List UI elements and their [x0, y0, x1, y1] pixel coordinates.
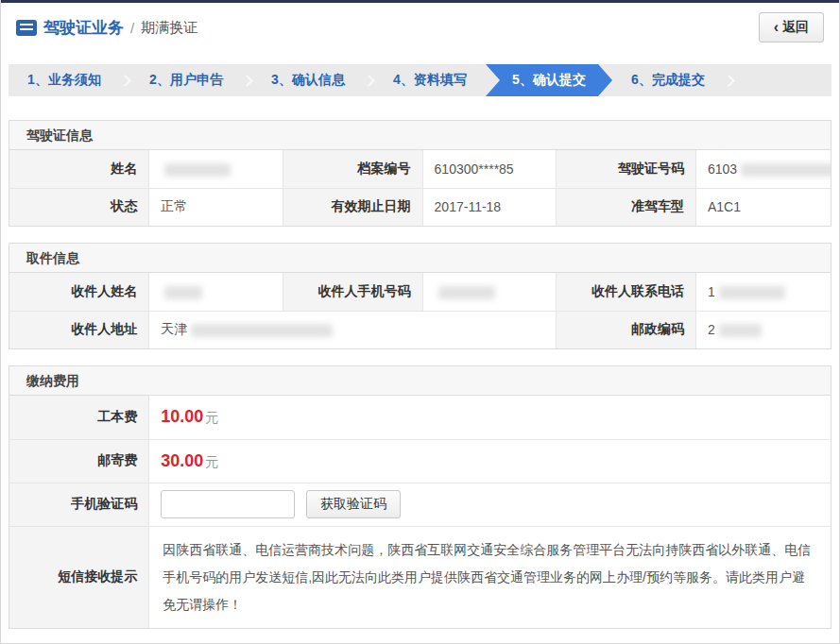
- table-row: 收件人姓名 收件人手机号码 收件人联系电话 1: [9, 273, 831, 311]
- fee-unit: 元: [205, 454, 218, 469]
- list-icon: [16, 20, 37, 36]
- chevron-left-icon: [774, 20, 779, 35]
- table-row: 姓名 档案编号 610300****85 驾驶证号码 6103: [9, 150, 831, 188]
- redacted-value: [719, 286, 785, 299]
- step-1-notice[interactable]: 1、业务须知: [9, 64, 120, 96]
- breadcrumb-separator: /: [130, 20, 134, 36]
- field-label-status: 状态: [9, 188, 149, 226]
- step-separator-icon: [363, 75, 375, 87]
- section-title: 取件信息: [9, 244, 831, 273]
- fee-amount: 10.00: [161, 407, 203, 426]
- field-value-expiry-date: 2017-11-18: [422, 188, 557, 226]
- step-2-declaration[interactable]: 2、用户申告: [130, 64, 242, 96]
- field-value-recipient-phone: 1: [695, 273, 831, 311]
- table-row: 短信接收提示 因陕西省联通、电信运营商技术问题，陕西省互联网交通安全综合服务管理…: [9, 526, 831, 628]
- table-row: 收件人地址 天津 邮政编码 2: [9, 311, 831, 348]
- step-separator-icon: [723, 75, 735, 87]
- section-pickup-info: 取件信息 收件人姓名 收件人手机号码 收件人联系电话 1 收件人地址 天津: [9, 243, 831, 349]
- field-value-production-fee: 10.00元: [149, 396, 831, 439]
- field-value-status: 正常: [149, 188, 283, 226]
- redacted-value: [191, 324, 333, 337]
- redacted-value: [719, 324, 762, 337]
- table-row: 邮寄费 30.00元: [9, 439, 831, 483]
- field-label-license-number: 驾驶证号码: [557, 150, 696, 188]
- back-button[interactable]: 返回: [759, 12, 824, 42]
- field-label-postage-fee: 邮寄费: [9, 439, 149, 483]
- field-label-recipient-mobile: 收件人手机号码: [283, 273, 422, 311]
- step-4-fill-data[interactable]: 4、资料填写: [374, 64, 486, 96]
- breadcrumb: 驾驶证业务 / 期满换证: [16, 17, 197, 39]
- redacted-value: [741, 163, 831, 177]
- field-label-vehicle-class: 准驾车型: [557, 188, 696, 226]
- field-label-recipient-address: 收件人地址: [9, 311, 149, 348]
- field-value-name: [149, 150, 283, 188]
- section-title: 驾驶证信息: [9, 121, 831, 150]
- license-info-table: 姓名 档案编号 610300****85 驾驶证号码 6103 状态 正常 有效…: [9, 150, 831, 226]
- field-label-recipient-phone: 收件人联系电话: [557, 273, 696, 311]
- field-value-recipient-mobile: [422, 273, 557, 311]
- table-row: 状态 正常 有效期止日期 2017-11-18 准驾车型 A1C1: [9, 188, 831, 226]
- steps-filler: [734, 64, 831, 96]
- section-fees: 缴纳费用 工本费 10.00元 邮寄费 30.00元 手机验证码: [9, 365, 831, 629]
- step-separator-icon: [241, 75, 253, 87]
- fee-unit: 元: [205, 410, 218, 425]
- field-label-recipient-name: 收件人姓名: [9, 273, 149, 311]
- step-label: 4、资料填写: [393, 72, 467, 89]
- redacted-value: [164, 286, 202, 299]
- step-label: 2、用户申告: [149, 72, 223, 89]
- section-title: 缴纳费用: [9, 366, 831, 396]
- fee-amount: 30.00: [161, 451, 203, 470]
- field-label-expiry-date: 有效期止日期: [283, 188, 422, 226]
- main-content: 驾驶证信息 姓名 档案编号 610300****85 驾驶证号码 6103 状态…: [1, 96, 839, 629]
- step-label: 5、确认提交: [512, 72, 586, 89]
- page-title: 驾驶证业务: [43, 17, 124, 39]
- field-value-postage-fee: 30.00元: [149, 439, 831, 483]
- fees-table: 工本费 10.00元 邮寄费 30.00元 手机验证码 获取验证码: [9, 396, 831, 628]
- pickup-info-table: 收件人姓名 收件人手机号码 收件人联系电话 1 收件人地址 天津 邮政编码 2: [9, 273, 831, 348]
- page: 驾驶证业务 / 期满换证 返回 1、业务须知 2、用户申告 3、确认信息 4、资…: [0, 0, 840, 644]
- page-header: 驾驶证业务 / 期满换证 返回: [1, 3, 839, 52]
- step-3-confirm-info[interactable]: 3、确认信息: [252, 64, 364, 96]
- sms-code-input[interactable]: [161, 490, 295, 518]
- field-value-license-number: 6103: [695, 150, 831, 188]
- step-label: 3、确认信息: [271, 72, 345, 89]
- field-value-recipient-address: 天津: [149, 311, 557, 348]
- field-value-recipient-name: [149, 273, 283, 311]
- get-sms-code-button[interactable]: 获取验证码: [306, 490, 401, 518]
- field-value-file-number: 610300****85: [422, 150, 557, 188]
- field-label-postal-code: 邮政编码: [557, 311, 696, 348]
- field-label-file-number: 档案编号: [283, 150, 422, 188]
- step-separator-icon: [119, 75, 131, 87]
- step-label: 1、业务须知: [27, 72, 101, 89]
- table-row: 手机验证码 获取验证码: [9, 483, 831, 526]
- page-subtitle: 期满换证: [141, 19, 197, 37]
- field-label-sms-notice: 短信接收提示: [9, 526, 149, 628]
- section-license-info: 驾驶证信息 姓名 档案编号 610300****85 驾驶证号码 6103 状态…: [9, 120, 831, 227]
- field-value-vehicle-class: A1C1: [695, 188, 831, 226]
- field-label-name: 姓名: [9, 150, 149, 188]
- step-6-complete[interactable]: 6、完成提交: [612, 64, 724, 96]
- field-sms-code: 获取验证码: [149, 483, 831, 526]
- field-value-postal-code: 2: [695, 311, 831, 348]
- step-5-confirm-submit-active[interactable]: 5、确认提交: [486, 64, 612, 96]
- table-row: 工本费 10.00元: [9, 396, 831, 439]
- field-label-production-fee: 工本费: [9, 396, 149, 439]
- field-label-sms-code: 手机验证码: [9, 483, 149, 526]
- step-label: 6、完成提交: [631, 72, 705, 89]
- redacted-value: [438, 286, 495, 299]
- step-progress-bar: 1、业务须知 2、用户申告 3、确认信息 4、资料填写 5、确认提交 6、完成提…: [9, 64, 831, 96]
- redacted-value: [164, 163, 231, 177]
- back-button-label: 返回: [782, 19, 809, 36]
- sms-notice-text: 因陕西省联通、电信运营商技术问题，陕西省互联网交通安全综合服务管理平台无法向持陕…: [149, 526, 831, 628]
